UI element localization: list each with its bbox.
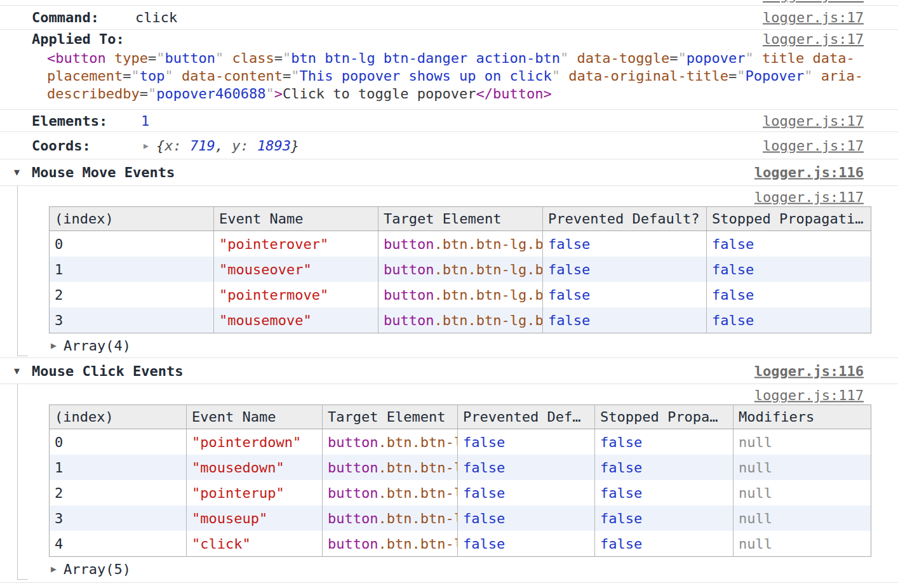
table-row: 0"pointerover"button.btn.btn-lg.bfalsefa… bbox=[50, 231, 871, 257]
table-cell: 1 bbox=[50, 257, 214, 282]
command-label: Command: bbox=[32, 10, 99, 25]
coords-object-preview[interactable]: {x: 719, y: 1893} bbox=[156, 137, 299, 153]
table-cell: button.btn.btn-l bbox=[323, 505, 458, 531]
code-token: = bbox=[283, 68, 291, 84]
table-cell-content: 1 bbox=[50, 460, 186, 476]
table-row: 1"mouseover"button.btn.btn-lg.bfalsefals… bbox=[50, 257, 871, 282]
cell-value: false bbox=[548, 312, 590, 328]
expand-triangle-icon[interactable]: ▶ bbox=[51, 563, 57, 575]
table-header-cell: Target Element bbox=[379, 207, 543, 231]
cell-value: "mousemove" bbox=[219, 312, 312, 328]
table-cell-content: false bbox=[543, 287, 706, 303]
source-link[interactable]: logger.js:17 bbox=[763, 137, 864, 153]
group-expand-triangle-icon[interactable]: ▼ bbox=[14, 166, 20, 178]
table-cell: false bbox=[595, 505, 734, 531]
cell-value: false bbox=[548, 287, 590, 303]
table-cell: button.btn.btn-lg.b bbox=[379, 282, 543, 307]
table-cell: "mousedown" bbox=[187, 455, 323, 480]
code-token: " bbox=[265, 86, 274, 102]
code-token: = bbox=[148, 50, 156, 66]
table-cell-content: null bbox=[734, 511, 871, 526]
group-header[interactable]: ▼Mouse Move Eventslogger.js:116 bbox=[0, 159, 898, 185]
group-header[interactable]: ▼Mouse Click Eventslogger.js:116 bbox=[0, 357, 898, 384]
code-token: " bbox=[283, 50, 291, 66]
table-cell-content: button.btn.btn-lg.b bbox=[379, 236, 542, 252]
source-link[interactable]: logger.js:116 bbox=[754, 363, 864, 378]
code-token bbox=[106, 50, 114, 66]
source-link[interactable]: logger.js:17 bbox=[763, 112, 864, 128]
group-expand-triangle-icon[interactable]: ▼ bbox=[14, 365, 20, 377]
table-cell-content: false bbox=[707, 312, 871, 328]
source-link[interactable]: logger.js:17 bbox=[763, 10, 864, 25]
table-cell: "pointerup" bbox=[187, 480, 323, 505]
row-separator bbox=[0, 582, 898, 583]
cell-value: false bbox=[600, 536, 642, 552]
table-cell: false bbox=[458, 531, 595, 557]
cell-value: 2 bbox=[55, 485, 63, 501]
table-cell: "mousemove" bbox=[214, 307, 379, 333]
cell-value: false bbox=[712, 236, 754, 252]
table-cell: false bbox=[458, 455, 595, 480]
code-token: type bbox=[114, 50, 148, 66]
cell-value: "mousedown" bbox=[192, 460, 285, 476]
source-link[interactable]: logger.js:116 bbox=[754, 164, 864, 180]
log-row-coords: Coords: ▶ {x: 719, y: 1893} logger.js:17 bbox=[0, 131, 898, 159]
table-cell: button.btn.btn-l bbox=[323, 455, 458, 480]
table-source-link-row: logger.js:117 bbox=[0, 185, 898, 208]
table-cell: "click" bbox=[187, 531, 323, 557]
table-header-cell: (index) bbox=[50, 405, 187, 429]
table-cell: false bbox=[707, 257, 871, 282]
node-tag-name: button bbox=[328, 460, 378, 476]
source-link[interactable]: logger.js:117 bbox=[754, 189, 864, 205]
node-tag-name: button bbox=[384, 262, 434, 277]
code-token: placement bbox=[47, 68, 123, 84]
cell-value: null bbox=[739, 536, 772, 552]
table-cell: "pointerdown" bbox=[187, 429, 323, 455]
group-title: Mouse Click Events bbox=[32, 363, 183, 378]
node-tag-name: button bbox=[384, 287, 434, 303]
cell-value: false bbox=[600, 434, 642, 450]
group-indent-guide bbox=[17, 185, 18, 356]
table-header-label: Stopped Propagati… bbox=[707, 211, 871, 227]
expand-triangle-icon[interactable]: ▶ bbox=[144, 140, 149, 150]
table-header-cell: Modifiers bbox=[734, 405, 871, 429]
table-cell-content: "pointermove" bbox=[214, 287, 378, 303]
array-label[interactable]: Array(4) bbox=[64, 338, 131, 354]
table-cell-content: button.btn.btn-l bbox=[323, 460, 457, 476]
row-separator bbox=[0, 384, 898, 384]
table-cell-content: false bbox=[595, 460, 733, 476]
table-row: 2"pointerup"button.btn.btn-lfalsefalsenu… bbox=[50, 480, 871, 505]
table-header-label: Target Element bbox=[379, 211, 542, 227]
table-cell: false bbox=[543, 307, 707, 333]
table-cell-content: false bbox=[543, 262, 706, 277]
cell-value: 0 bbox=[55, 434, 63, 450]
table-cell: button.btn.btn-l bbox=[323, 480, 458, 505]
table-cell-content: false bbox=[595, 511, 733, 526]
node-tag-name: button bbox=[384, 236, 434, 252]
table-cell: 3 bbox=[50, 307, 214, 333]
cell-value: "pointermove" bbox=[219, 287, 328, 303]
code-token: popover bbox=[687, 50, 746, 66]
cell-value: "click" bbox=[192, 536, 251, 552]
table-row: 3"mousemove"button.btn.btn-lg.bfalsefals… bbox=[50, 307, 871, 333]
node-class-list: .btn.btn-l bbox=[378, 511, 457, 526]
table-header-cell: Target Element bbox=[323, 405, 458, 429]
preview-key-y: y: bbox=[232, 137, 257, 153]
cell-value: "pointerup" bbox=[192, 485, 285, 501]
table-cell-content: false bbox=[458, 511, 594, 526]
table-cell: "mouseover" bbox=[214, 257, 379, 282]
node-class-list: .btn.btn-l bbox=[378, 460, 457, 476]
cell-value: false bbox=[463, 511, 505, 526]
source-link[interactable]: logger.js:17 bbox=[763, 29, 864, 50]
code-token: " bbox=[164, 68, 173, 84]
array-label[interactable]: Array(5) bbox=[64, 561, 131, 577]
cell-value: false bbox=[600, 511, 642, 526]
source-link[interactable]: logger.js:117 bbox=[754, 387, 864, 403]
table-header-row: (index)Event NameTarget ElementPrevented… bbox=[50, 207, 871, 231]
table-cell-content: 2 bbox=[50, 287, 213, 303]
table-cell-content: false bbox=[543, 312, 706, 328]
table-cell: null bbox=[734, 480, 871, 505]
partial-source-link[interactable]: logger.js:17 bbox=[763, 0, 864, 3]
group-indent-guide bbox=[17, 384, 18, 579]
expand-triangle-icon[interactable]: ▶ bbox=[51, 340, 57, 351]
